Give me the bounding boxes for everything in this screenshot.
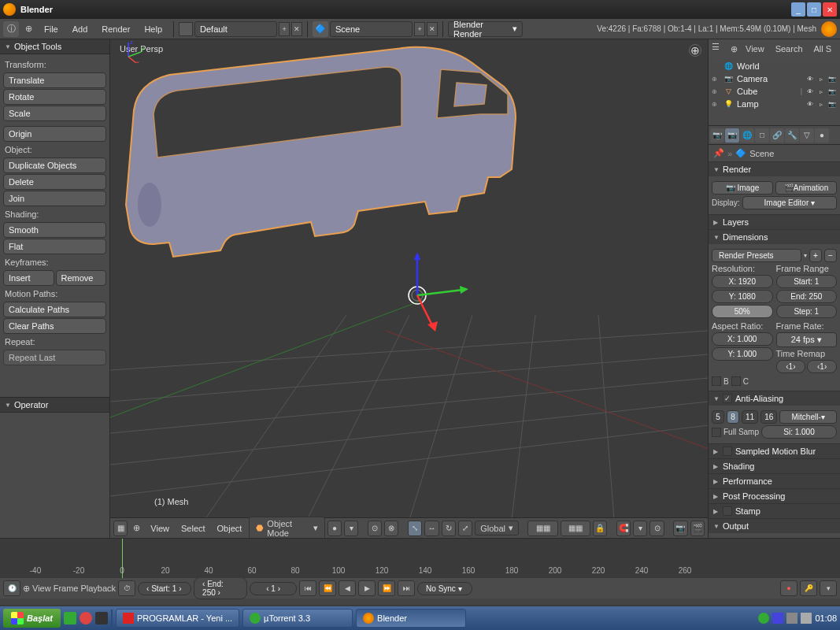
aa-enable-checkbox[interactable] — [723, 394, 732, 403]
render-icon[interactable]: 📷 — [827, 87, 837, 96]
pivot-icon[interactable]: ⊙ — [368, 521, 382, 536]
marker-icon[interactable]: ▾ — [820, 580, 837, 596]
render-tab-icon[interactable]: 📷 — [710, 128, 724, 143]
calculate-paths-button[interactable]: Calculate Paths — [3, 302, 106, 317]
tray-clock[interactable]: 01:08 — [815, 613, 837, 623]
timeline-ruler[interactable]: -40 -20 0 20 40 60 80 100 120 140 160 18… — [0, 539, 840, 578]
window-minimize-button[interactable]: _ — [791, 2, 805, 17]
remove-keyframe-button[interactable]: Remove — [56, 270, 107, 286]
border-checkbox[interactable] — [712, 376, 721, 386]
join-button[interactable]: Join — [3, 191, 106, 206]
view3d-editor-type-icon[interactable]: ▦ — [113, 521, 128, 536]
keying-set-icon[interactable]: 🔑 — [800, 580, 817, 596]
tray-icon-3[interactable] — [786, 613, 797, 624]
outliner-menu-view[interactable]: View — [742, 43, 768, 55]
timeline-menu-frame[interactable]: Frame — [54, 584, 79, 593]
postprocessing-panel-header[interactable]: ▶Post Processing — [709, 489, 840, 503]
view3d-menu-collapse[interactable]: ⊕ — [130, 523, 143, 533]
view3d-menu-view[interactable]: View — [146, 521, 174, 536]
aa-5-button[interactable]: 5 — [712, 410, 724, 424]
start-button[interactable]: Başlat — [3, 609, 61, 628]
current-frame-field[interactable]: ‹ 1 › — [250, 582, 297, 595]
delete-button[interactable]: Delete — [3, 174, 106, 190]
menu-help[interactable]: Help — [138, 21, 168, 37]
scene-dropdown[interactable]: Scene — [330, 21, 413, 37]
jump-end-icon[interactable]: ⏭ — [398, 580, 415, 596]
editor-type-icon[interactable]: ⓘ — [3, 21, 19, 37]
render-animation-button[interactable]: 🎬Animation — [775, 181, 837, 195]
outliner-editor-icon[interactable]: ☰ — [712, 42, 726, 56]
layers-group-1[interactable]: ▦▦ — [527, 521, 557, 536]
viewport-shading-icon[interactable]: ● — [327, 521, 342, 536]
timeline-editor-icon[interactable]: 🕐 — [3, 580, 20, 596]
antialiasing-panel-header[interactable]: ▼Anti-Aliasing — [709, 391, 840, 406]
render-icon[interactable]: 📷 — [827, 99, 837, 109]
outliner-item-lamp[interactable]: ⊕ 💡 Lamp 👁▹📷 — [710, 98, 838, 110]
fr-step-field[interactable]: Step: 1 — [776, 305, 838, 318]
snap-target-icon[interactable]: ⊙ — [649, 521, 664, 536]
tr-old-field[interactable]: ‹1› — [776, 360, 806, 373]
translate-button[interactable]: Translate — [3, 72, 106, 88]
aa-8-button[interactable]: 8 — [727, 410, 739, 424]
sync-dropdown[interactable]: No Sync ▾ — [417, 582, 472, 595]
material-tab-icon[interactable]: ● — [815, 128, 829, 143]
auto-keyframe-icon[interactable]: ● — [780, 580, 797, 596]
outliner-menu-search[interactable]: Search — [772, 43, 806, 55]
screen-layout-dropdown[interactable]: Default — [194, 21, 277, 37]
layers-group-2[interactable]: ▦▦ — [561, 521, 590, 536]
rotate-button[interactable]: Rotate — [3, 89, 106, 105]
pivot-individual-icon[interactable]: ⊗ — [384, 521, 398, 536]
tray-icon-1[interactable] — [758, 613, 769, 624]
lock-camera-icon[interactable]: 🔒 — [593, 521, 607, 536]
timeline-collapse[interactable]: ⊕ — [23, 584, 30, 594]
fr-start-field[interactable]: Start: 1 — [776, 275, 838, 288]
aa-16-button[interactable]: 16 — [760, 410, 777, 424]
tr-new-field[interactable]: ‹1› — [807, 360, 837, 373]
tray-icon-4[interactable] — [801, 613, 812, 624]
res-y-field[interactable]: Y: 1080 — [712, 290, 773, 303]
crop-checkbox[interactable] — [731, 376, 741, 386]
render-panel-header[interactable]: ▼Render — [709, 162, 840, 176]
object-tab-icon[interactable]: □ — [755, 128, 769, 143]
res-pct-field[interactable]: 50% — [712, 305, 773, 318]
layers-panel-header[interactable]: ▶Layers — [709, 215, 840, 229]
timeline-menu-playback[interactable]: Playback — [80, 584, 116, 593]
menu-collapse-icon[interactable]: ⊕ — [20, 21, 36, 37]
object-tools-header[interactable]: Object Tools — [0, 39, 109, 54]
menu-add[interactable]: Add — [66, 21, 94, 37]
cursor-icon[interactable]: ▹ — [816, 87, 826, 96]
quicklaunch-utorrent-icon[interactable] — [64, 612, 76, 624]
play-reverse-icon[interactable]: ◀ — [339, 580, 356, 596]
opengl-anim-icon[interactable]: 🎬 — [690, 521, 705, 536]
quicklaunch-app-icon[interactable] — [95, 612, 108, 624]
asp-y-field[interactable]: Y: 1.000 — [712, 347, 773, 361]
smb-checkbox[interactable] — [723, 447, 732, 456]
data-tab-icon[interactable]: ▽ — [800, 128, 814, 143]
timeline-menu-view[interactable]: View — [32, 584, 51, 593]
shading-panel-header[interactable]: ▶Shading — [709, 459, 840, 473]
world-tab-icon[interactable]: 🌐 — [740, 128, 754, 143]
jump-start-icon[interactable]: ⏮ — [299, 580, 316, 596]
manipulator-scale-icon[interactable]: ⤢ — [458, 521, 472, 536]
outliner-collapse[interactable]: ⊕ — [731, 44, 738, 54]
scene-delete-button[interactable]: ✕ — [427, 22, 438, 36]
outliner-item-world[interactable]: 🌐 World — [710, 60, 838, 72]
manipulator-toggle[interactable]: ⤡ — [408, 521, 422, 536]
res-x-field[interactable]: X: 1920 — [712, 275, 773, 288]
layout-add-button[interactable]: + — [279, 22, 290, 36]
eye-icon[interactable]: 👁 — [805, 74, 815, 83]
outliner-item-cube[interactable]: ⊕ ▽ Cube | 👁▹📷 — [710, 85, 838, 98]
origin-button[interactable]: Origin — [3, 126, 106, 142]
scale-button[interactable]: Scale — [3, 106, 106, 121]
stamp-panel-header[interactable]: ▶Stamp — [709, 504, 840, 518]
smb-panel-header[interactable]: ▶Sampled Motion Blur — [709, 444, 840, 458]
jump-next-keyframe-icon[interactable]: ⏩ — [378, 580, 395, 596]
snap-toggle-icon[interactable]: 🧲 — [616, 521, 631, 536]
orientation-dropdown[interactable]: Global▾ — [475, 521, 519, 536]
render-presets-dropdown[interactable]: Render Presets — [712, 249, 801, 262]
aa-11-button[interactable]: 11 — [742, 410, 758, 424]
duplicate-button[interactable]: Duplicate Objects — [3, 158, 106, 173]
window-maximize-button[interactable]: □ — [807, 2, 821, 17]
play-icon[interactable]: ▶ — [358, 580, 376, 596]
viewport-plus-icon[interactable]: ⊕ — [689, 44, 701, 57]
